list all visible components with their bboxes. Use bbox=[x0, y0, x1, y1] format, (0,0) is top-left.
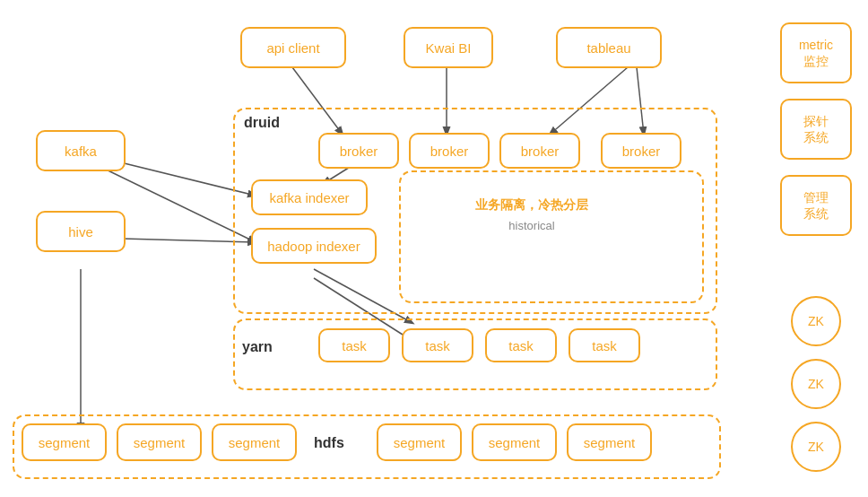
hadoop-indexer-box: hadoop indexer bbox=[251, 228, 377, 264]
druid-label: druid bbox=[244, 115, 280, 131]
hive-box: hive bbox=[36, 211, 126, 252]
segment6-box: segment bbox=[567, 423, 652, 461]
task3-box: task bbox=[485, 328, 557, 362]
segment1-box: segment bbox=[22, 423, 107, 461]
historical-container bbox=[399, 170, 704, 303]
tableau-box: tableau bbox=[556, 27, 662, 68]
kafka-indexer-box: kafka indexer bbox=[251, 179, 368, 215]
metric-box: metric 监控 bbox=[780, 22, 852, 83]
broker1-box: broker bbox=[318, 133, 399, 169]
guanli-box: 管理 系统 bbox=[780, 175, 852, 236]
segment5-box: segment bbox=[472, 423, 557, 461]
historical-text: 业务隔离，冷热分层 historical bbox=[475, 197, 588, 232]
task1-box: task bbox=[318, 328, 390, 362]
tanshen-box: 探针 系统 bbox=[780, 99, 852, 160]
hdfs-label: hdfs bbox=[314, 435, 344, 451]
zk3-circle: ZK bbox=[791, 422, 841, 472]
task2-box: task bbox=[402, 328, 473, 362]
zk2-circle: ZK bbox=[791, 359, 841, 409]
broker2-box: broker bbox=[409, 133, 490, 169]
segment2-box: segment bbox=[117, 423, 202, 461]
yarn-label: yarn bbox=[242, 339, 273, 355]
segment4-box: segment bbox=[377, 423, 462, 461]
yarn-container bbox=[233, 318, 717, 390]
api-client-box: api client bbox=[240, 27, 346, 68]
segment3-box: segment bbox=[212, 423, 297, 461]
broker4-box: broker bbox=[601, 133, 681, 169]
diagram: api client Kwai BI tableau kafka hive dr… bbox=[0, 0, 868, 497]
broker3-box: broker bbox=[499, 133, 580, 169]
kafka-box: kafka bbox=[36, 130, 126, 171]
zk1-circle: ZK bbox=[791, 296, 841, 346]
task4-box: task bbox=[569, 328, 640, 362]
kwai-bi-box: Kwai BI bbox=[404, 27, 493, 68]
